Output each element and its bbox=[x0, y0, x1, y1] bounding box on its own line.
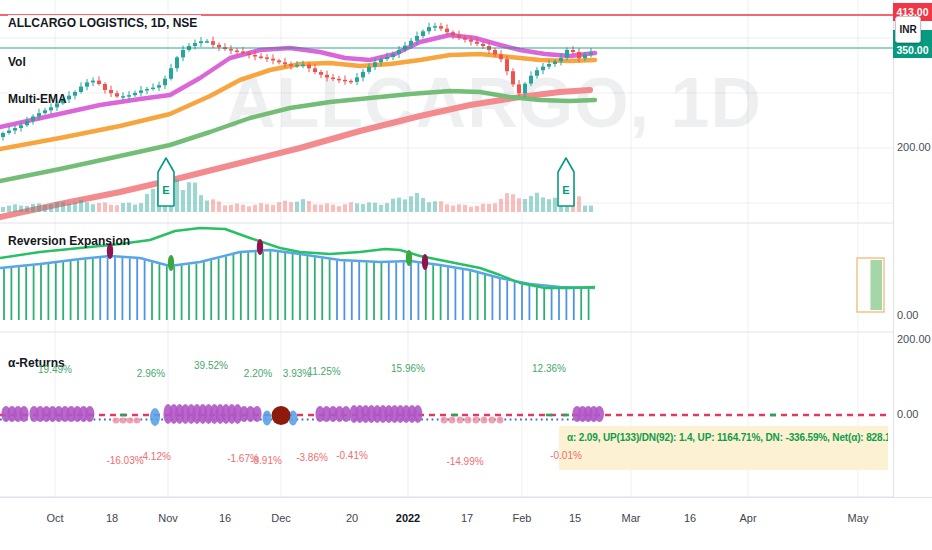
negative-return-label: -4.12% bbox=[139, 451, 171, 462]
candlestick-series bbox=[1, 23, 593, 141]
positive-return-label: 2.96% bbox=[137, 368, 165, 379]
symbol-title[interactable]: ALLCARGO LOGISTICS, 1D, NSE bbox=[8, 15, 201, 31]
positive-return-label: 12.36% bbox=[532, 363, 566, 374]
x-axis-label: 16 bbox=[684, 512, 696, 524]
negative-return-label: -0.01% bbox=[550, 450, 582, 461]
y-axis-label: 200.00 bbox=[897, 333, 931, 345]
alpha-big-loss-dot bbox=[272, 406, 291, 425]
volume-indicator-label[interactable]: Vol bbox=[8, 55, 26, 69]
volume-bars bbox=[1, 167, 593, 212]
reversion-expansion-indicator-label[interactable]: Reversion Expansion bbox=[8, 234, 130, 248]
x-axis-label: 18 bbox=[106, 512, 118, 524]
y-axis-label: 200.00 bbox=[897, 141, 931, 153]
alpha-stats-annotation: α: 2.09, UP(133)/DN(92): 1.4, UP: 1164.7… bbox=[559, 426, 888, 470]
svg-text:E: E bbox=[562, 184, 569, 196]
positive-return-label: 11.25% bbox=[307, 366, 340, 377]
negative-return-label: -3.86% bbox=[296, 452, 328, 463]
positive-return-label: 2.20% bbox=[244, 368, 272, 379]
x-axis-label: Feb bbox=[513, 512, 532, 524]
negative-return-label: -0.41% bbox=[336, 450, 368, 461]
x-axis-label: Nov bbox=[158, 512, 178, 524]
event-marker-e[interactable]: E bbox=[558, 158, 574, 206]
x-axis-label: Mar bbox=[622, 512, 641, 524]
reversion-gauge-fill bbox=[871, 260, 883, 310]
reversion-signal-marker bbox=[168, 255, 174, 271]
svg-text:E: E bbox=[162, 184, 169, 196]
x-axis-label: 17 bbox=[461, 512, 473, 524]
x-axis-label: May bbox=[848, 512, 869, 524]
reversion-signal-marker bbox=[257, 239, 263, 255]
reversion-histogram bbox=[4, 251, 589, 320]
x-axis-label: Oct bbox=[46, 512, 63, 524]
event-marker-e[interactable]: E bbox=[158, 158, 174, 206]
reversion-signal-marker bbox=[422, 254, 428, 270]
x-axis-label: Apr bbox=[739, 512, 756, 524]
y-axis-label: 0.00 bbox=[897, 309, 918, 321]
negative-return-label: -16.03% bbox=[106, 455, 143, 466]
ema-line bbox=[0, 35, 595, 127]
negative-return-label: -14.99% bbox=[446, 456, 483, 467]
currency-toggle-button[interactable]: INR bbox=[895, 16, 921, 43]
x-axis-label: 20 bbox=[346, 512, 358, 524]
y-axis-label: 0.00 bbox=[897, 408, 918, 420]
price-scale[interactable] bbox=[893, 0, 932, 550]
x-axis-label: 15 bbox=[569, 512, 581, 524]
trading-chart-app: ALLCARGO, 1D EE ALLCARGO LOGISTICS, 1D, … bbox=[0, 0, 932, 550]
multi-ema-indicator-label[interactable]: Multi-EMA bbox=[8, 92, 67, 106]
positive-return-label: 15.96% bbox=[391, 363, 425, 374]
x-axis-label: 2022 bbox=[396, 512, 420, 524]
reversion-blue-line bbox=[0, 250, 595, 288]
positive-return-label: 19.49% bbox=[38, 364, 72, 375]
reversion-signal-marker bbox=[406, 250, 412, 266]
negative-return-label: -8.91% bbox=[250, 455, 282, 466]
positive-return-label: 39.52% bbox=[194, 360, 228, 371]
x-axis-label: 16 bbox=[219, 512, 231, 524]
ema-line bbox=[0, 91, 595, 181]
x-axis-label: Dec bbox=[271, 512, 291, 524]
